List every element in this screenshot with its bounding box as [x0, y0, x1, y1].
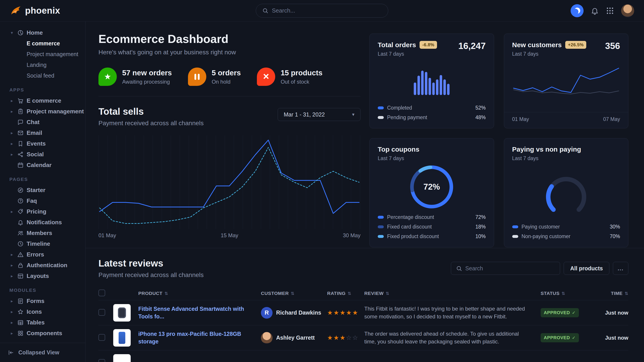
sidebar-item-members[interactable]: Members — [10, 228, 78, 238]
pie-chart-icon — [17, 29, 24, 36]
customer-cell[interactable]: Ashley Garrett — [261, 332, 327, 344]
select-all-checkbox[interactable] — [98, 290, 105, 296]
main-content: Ecommerce Dashboard Here's what's going … — [86, 21, 644, 362]
user-avatar[interactable] — [621, 4, 634, 17]
sidebar-item-social-feed[interactable]: Social feed — [10, 70, 78, 81]
apps-grid-button[interactable] — [606, 7, 614, 15]
reviews-search-input[interactable] — [465, 265, 555, 272]
sidebar-item-ecommerce-app[interactable]: ▸ E commerce — [10, 95, 78, 106]
column-header-status[interactable]: STATUS⇅ — [540, 291, 596, 296]
sidebar-item-events[interactable]: ▸ Events — [10, 138, 78, 149]
tag-icon — [17, 208, 24, 215]
sidebar-item-pricing[interactable]: ▸ Pricing — [10, 206, 78, 217]
brand-name: phoenix — [25, 5, 60, 16]
product-image[interactable] — [113, 329, 131, 347]
sidebar-item-forms[interactable]: ▸ Forms — [10, 296, 78, 306]
sidebar-item-tables[interactable]: ▸ Tables — [10, 317, 78, 328]
sidebar-item-project-management-app[interactable]: ▸ Project management — [10, 106, 78, 117]
sidebar-item-email[interactable]: ▸ Email — [10, 127, 78, 138]
review-text: The order was delivered ahead of schedul… — [364, 330, 540, 346]
clock-icon — [17, 241, 24, 247]
brand[interactable]: phoenix — [10, 5, 86, 16]
table-row: Fitbit Sense Advanced Smartwatch with To… — [98, 300, 628, 325]
cart-icon — [17, 97, 24, 104]
stat-orders-on-hold: 5 orders On hold — [188, 67, 241, 86]
row-checkbox[interactable] — [98, 359, 105, 362]
star-badge-icon: ★ — [98, 67, 117, 86]
sidebar-item-chat[interactable]: Chat — [10, 117, 78, 127]
check-icon: ✓ — [572, 310, 576, 315]
reviews-search[interactable] — [451, 262, 560, 275]
total-orders-value: 16,247 — [458, 41, 486, 51]
envelope-icon — [17, 130, 24, 136]
legend-swatch — [378, 106, 384, 109]
product-link[interactable]: Fitbit Sense Advanced Smartwatch with To… — [138, 305, 261, 321]
caret-right-icon: ▸ — [10, 274, 14, 278]
search-input[interactable] — [272, 7, 382, 14]
search-icon — [262, 7, 268, 14]
x-axis-label: 01 May — [98, 232, 116, 239]
all-products-filter-button[interactable]: All products — [564, 262, 609, 275]
legend-item: Fixed card discount 18% — [378, 222, 486, 232]
legend-swatch — [378, 235, 384, 238]
customer-avatar — [261, 332, 272, 344]
sidebar-item-project-management-dashboard[interactable]: Project management — [10, 49, 78, 59]
phoenix-logo-icon — [10, 5, 22, 16]
chevron-down-icon: ▾ — [352, 112, 354, 117]
x-axis-label: 07 May — [603, 116, 620, 122]
notifications-button[interactable] — [591, 7, 599, 15]
sidebar-item-calendar[interactable]: Calendar — [10, 160, 78, 170]
column-header-rating[interactable]: RATING⇅ — [327, 291, 364, 296]
product-image[interactable] — [113, 304, 131, 322]
sidebar-item-layouts[interactable]: ▸ Layouts — [10, 271, 78, 281]
sidebar-item-home[interactable]: ▾ Home — [10, 27, 78, 38]
caret-right-icon: ▸ — [10, 321, 14, 325]
customer-cell[interactable]: R Richard Dawkins — [261, 307, 327, 319]
sidebar-item-errors[interactable]: ▸ Errors — [10, 249, 78, 260]
paying-vs-non-paying-card: Paying vs non paying Last 7 days Paying … — [504, 138, 628, 247]
global-search[interactable] — [256, 4, 388, 18]
share-icon — [17, 151, 24, 158]
product-image[interactable] — [113, 354, 131, 362]
sidebar-item-icons[interactable]: ▸ Icons — [10, 306, 78, 317]
rating-stars: ★★★☆☆ — [327, 335, 364, 341]
row-checkbox[interactable] — [98, 309, 105, 316]
row-checkbox[interactable] — [98, 334, 105, 341]
trend-badge: +26.5% — [565, 41, 586, 49]
sidebar-item-landing[interactable]: Landing — [10, 59, 78, 70]
product-link[interactable]: iPhone 13 pro max-Pacific Blue-128GB sto… — [138, 330, 261, 346]
sort-icon: ⇅ — [624, 291, 628, 296]
column-header-time[interactable]: TIME⇅ — [596, 291, 628, 296]
caret-right-icon: ▸ — [10, 331, 14, 335]
sort-icon: ⇅ — [291, 291, 295, 296]
sidebar-item-notifications[interactable]: Notifications — [10, 217, 78, 228]
collapse-view-button[interactable]: Collapsed View — [0, 343, 85, 362]
column-header-review[interactable]: REVIEW⇅ — [364, 291, 540, 296]
column-header-customer[interactable]: CUSTOMER⇅ — [261, 291, 327, 296]
sidebar-section-apps: APPS — [10, 87, 78, 93]
date-range-select[interactable]: Mar 1 - 31, 2022 ▾ — [278, 108, 360, 121]
sidebar-item-ecommerce-dashboard[interactable]: E commerce — [10, 38, 78, 49]
total-sells-chart: 01 May 15 May 30 May — [98, 135, 360, 239]
more-actions-button[interactable]: ... — [613, 262, 628, 275]
column-header-product[interactable]: PRODUCT⇅ — [138, 291, 261, 296]
trend-badge: -6.8% — [420, 41, 437, 49]
app-root: phoenix ▾ — [0, 0, 644, 362]
theme-toggle-button[interactable] — [570, 4, 584, 17]
total-orders-card: Total orders -6.8% Last 7 days 16,247 — [370, 33, 494, 128]
sidebar-item-components[interactable]: ▸ Components — [10, 328, 78, 339]
table-row — [98, 350, 628, 362]
sidebar-item-social[interactable]: ▸ Social — [10, 149, 78, 160]
sidebar: ▾ Home E commerce Project management Lan… — [0, 21, 86, 362]
legend-item: Fixed product discount 10% — [378, 232, 486, 241]
new-customers-value: 356 — [605, 41, 620, 51]
total-sells-subtitle: Payment received across all channels — [98, 120, 204, 127]
sidebar-item-starter[interactable]: Starter — [10, 185, 78, 195]
sidebar-item-timeline[interactable]: Timeline — [10, 238, 78, 249]
sort-icon: ⇅ — [164, 291, 168, 296]
dashboard-cards: Total orders -6.8% Last 7 days 16,247 — [370, 32, 628, 248]
sidebar-item-faq[interactable]: Faq — [10, 195, 78, 206]
sidebar-item-authentication[interactable]: ▸ Authentication — [10, 260, 78, 271]
pause-badge-icon — [188, 67, 206, 86]
lock-icon — [17, 262, 24, 269]
